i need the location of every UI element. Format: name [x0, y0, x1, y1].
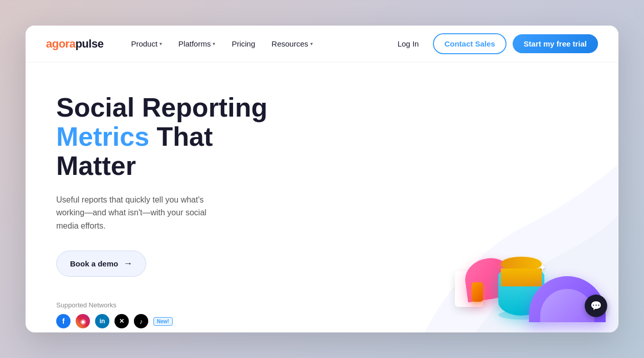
book-demo-button[interactable]: Book a demo →	[56, 251, 146, 277]
chevron-down-icon: ▾	[213, 41, 215, 47]
chevron-down-icon: ▾	[310, 41, 313, 47]
book-demo-label: Book a demo	[70, 259, 118, 268]
nav-links: Product ▾ Platforms ▾ Pricing Resources …	[124, 35, 389, 52]
logo[interactable]: agora pulse	[46, 37, 103, 51]
contact-sales-button[interactable]: Contact Sales	[433, 33, 506, 54]
linkedin-icon[interactable]: in	[95, 314, 109, 328]
login-button[interactable]: Log In	[389, 35, 427, 52]
start-trial-button[interactable]: Start my free trial	[513, 34, 598, 53]
twitter-x-icon[interactable]: ✕	[114, 314, 129, 328]
hero-description: Useful reports that quickly tell you wha…	[56, 193, 230, 233]
hero-title-line1: Social Reporting	[56, 93, 267, 122]
nav-pricing-label: Pricing	[232, 39, 255, 48]
navbar: agora pulse Product ▾ Platforms ▾ Pricin…	[26, 26, 618, 62]
orange-block-accent	[472, 282, 483, 302]
facebook-icon[interactable]: f	[56, 314, 71, 328]
hero-section: Social ReportingMetrics That Matter Usef…	[26, 62, 291, 332]
supported-networks: Supported Networks f ◉ in ✕	[56, 301, 271, 328]
star-accent-icon: ✦	[538, 261, 547, 274]
main-content: Social ReportingMetrics That Matter Usef…	[26, 62, 618, 332]
logo-agora: agora	[46, 37, 75, 51]
logo-pulse: pulse	[75, 37, 103, 51]
nav-right: Log In Contact Sales Start my free trial	[389, 33, 598, 54]
supported-label: Supported Networks	[56, 301, 271, 309]
nav-item-platforms[interactable]: Platforms ▾	[171, 35, 222, 52]
nav-item-pricing[interactable]: Pricing	[224, 35, 262, 52]
new-badge: New!	[153, 317, 173, 326]
nav-item-resources[interactable]: Resources ▾	[264, 35, 320, 52]
network-icons-list: f ◉ in ✕ ♪ New!	[56, 314, 271, 328]
arrow-right-icon: →	[123, 258, 132, 269]
hero-title-highlighted: Metrics	[56, 122, 149, 151]
hero-title: Social ReportingMetrics That Matter	[56, 93, 271, 181]
nav-item-product[interactable]: Product ▾	[124, 35, 169, 52]
chat-icon: 💬	[590, 300, 602, 311]
hero-visuals: ✦	[322, 62, 618, 332]
instagram-icon[interactable]: ◉	[76, 314, 90, 328]
chat-button[interactable]: 💬	[585, 295, 607, 317]
nav-platforms-label: Platforms	[178, 39, 211, 48]
nav-resources-label: Resources	[271, 39, 308, 48]
cylinder-gold-body	[501, 268, 542, 286]
chevron-down-icon: ▾	[159, 41, 162, 47]
nav-product-label: Product	[131, 39, 157, 48]
main-window: agora pulse Product ▾ Platforms ▾ Pricin…	[26, 26, 618, 332]
tiktok-icon[interactable]: ♪	[134, 314, 148, 328]
